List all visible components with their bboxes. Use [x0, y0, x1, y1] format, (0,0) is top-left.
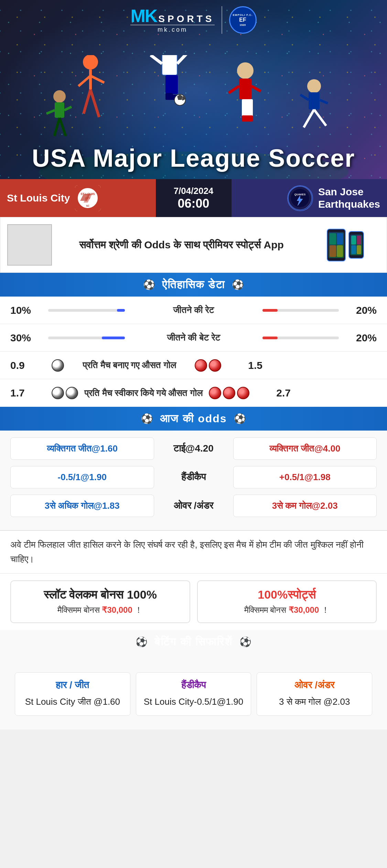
goals-scored-left-val: 0.9	[10, 360, 45, 371]
svg-line-35	[54, 118, 60, 136]
stat-row-win-rate: 10% जीतने की रेट 20%	[0, 297, 387, 324]
win-rate-right-fill	[262, 309, 278, 312]
promo-image-placeholder	[7, 224, 52, 266]
ball-icon-2	[52, 387, 64, 399]
sports-text: SPORTS	[158, 14, 214, 24]
odds-label-ou: ओवर /अंडर	[159, 500, 228, 512]
stat-row-bet-rate: 30% जीतने की बेट रेट 20%	[0, 324, 387, 352]
betting-cards-area: हार / जीत St Louis City जीत @1.60 हैंडीक…	[0, 659, 387, 730]
match-note-text: अवे टीम फिलहाल जीत हासिल करने के लिए संघ…	[10, 538, 377, 566]
ball-icon-1	[52, 359, 64, 372]
odds-section: व्यक्तिगत जीत@1.60 टाई@4.20 व्यक्तिगत जी…	[0, 431, 387, 530]
svg-rect-13	[170, 75, 178, 94]
goals-conceded-right-icons	[209, 387, 249, 399]
bet-rate-right-val: 20%	[342, 332, 377, 344]
odds-btn-home-handicap[interactable]: -0.5/1@1.90	[10, 466, 154, 488]
betting-ball-left: ⚽	[136, 636, 148, 648]
odds-row-handicap: -0.5/1@1.90 हैंडीकैप +0.5/1@1.98	[10, 466, 377, 488]
svg-rect-8	[162, 55, 177, 75]
home-team-logo: ST LOUIS CITY SC	[75, 185, 101, 211]
win-rate-left-bar	[48, 309, 125, 312]
svg-line-4	[90, 76, 104, 83]
goals-conceded-label: प्रति मैच स्वीकार किये गये औसत गोल	[78, 388, 209, 399]
odds-section-header: ⚽ आज की odds ⚽	[0, 407, 387, 431]
ball-icon-red-4	[223, 387, 235, 399]
betting-card-ou: ओवर /अंडर 3 से कम गोल @2.03	[257, 672, 372, 716]
stats-section: 10% जीतने की रेट 20% 30% जीतने की बेट रे…	[0, 297, 387, 407]
svg-line-20	[251, 86, 261, 91]
odds-label-handicap: हैंडीकैप	[159, 472, 228, 483]
goals-conceded-right-val: 2.7	[256, 387, 291, 399]
bonus-sports-sub: मैक्सिमम बोनस ₹30,000 ！	[205, 604, 369, 616]
win-rate-left-fill	[117, 309, 125, 312]
betting-section-title: बेटिंग की सिफारिशें	[154, 636, 233, 648]
home-team-section: St Louis City ST LOUIS CITY SC	[0, 179, 156, 217]
match-note-section: अवे टीम फिलहाल जीत हासिल करने के लिए संघ…	[0, 530, 387, 573]
odds-btn-away-win[interactable]: व्यक्तिगत जीत@4.00	[233, 437, 377, 460]
bet-rate-right-bar	[262, 337, 339, 339]
svg-rect-18	[239, 79, 251, 99]
betting-card-win-loss: हार / जीत St Louis City जीत @1.60	[15, 672, 130, 716]
betting-card-ou-title: ओवर /अंडर	[262, 680, 367, 691]
ball-icon-red-1	[195, 359, 207, 372]
svg-point-17	[237, 62, 254, 79]
promo-section[interactable]: सर्वोत्तम श्रेणी की Odds के साथ प्रीमियर…	[0, 217, 387, 273]
historical-section-title: ऐतिहासिक डेटा	[162, 278, 225, 291]
goals-scored-label: प्रति मैच बनाए गए औसत गोल	[64, 360, 195, 371]
betting-card-win-loss-val: St Louis City जीत @1.60	[20, 695, 125, 709]
svg-line-36	[60, 118, 66, 136]
ball-icon-red-3	[209, 387, 221, 399]
bonus-slots-title: स्लॉट वेलकम बोनस 100%	[18, 588, 183, 602]
svg-line-11	[177, 55, 189, 64]
promo-text: सर्वोत्तम श्रेणी की Odds के साथ प्रीमियर…	[59, 238, 304, 252]
svg-point-31	[53, 90, 66, 103]
soccer-ball-left: ⚽	[143, 279, 155, 290]
svg-rect-32	[55, 102, 64, 118]
match-center: 7/04/2024 06:00	[156, 179, 232, 217]
phone-icon-2	[348, 231, 364, 259]
bonus-slots-sub: मैक्सिमम बोनस ₹30,000 ！	[18, 604, 183, 616]
win-rate-right-bar	[262, 309, 339, 312]
odds-label-tie: टाई@4.20	[159, 443, 228, 454]
odds-btn-home-win[interactable]: व्यक्तिगत जीत@1.60	[10, 437, 154, 460]
svg-text:QUAKES: QUAKES	[294, 193, 305, 196]
match-bar: St Louis City ST LOUIS CITY SC 7/04/2024…	[0, 179, 387, 217]
betting-card-handicap: हैंडीकैप St Louis City-0.5/1@1.90	[136, 672, 251, 716]
odds-ball-left: ⚽	[141, 413, 153, 424]
svg-point-1	[83, 55, 98, 70]
empoli-text: EMPOLI F.C. EF 1920	[233, 13, 252, 27]
svg-line-29	[304, 110, 314, 127]
svg-rect-24	[247, 115, 253, 122]
svg-line-19	[229, 86, 239, 93]
bonus-card-slots[interactable]: स्लॉट वेलकम बोनस 100% मैक्सिमम बोनस ₹30,…	[10, 580, 190, 623]
historical-section-header: ⚽ ऐतिहासिक डेटा ⚽	[0, 273, 387, 297]
svg-rect-26	[309, 92, 320, 110]
away-team-name: San Jose Earthquakes	[318, 186, 380, 210]
svg-line-6	[90, 90, 99, 117]
odds-ball-right: ⚽	[234, 413, 246, 424]
promo-app-icons	[311, 224, 380, 266]
goals-scored-right-icons	[195, 359, 221, 372]
goals-conceded-left-val: 1.7	[10, 387, 45, 399]
svg-line-27	[300, 95, 309, 100]
odds-btn-over[interactable]: 3से अधिक गोल@1.83	[10, 495, 154, 517]
odds-btn-under[interactable]: 3से कम गोल@2.03	[233, 495, 377, 517]
svg-line-10	[151, 55, 162, 64]
match-time: 06:00	[178, 196, 209, 211]
hero-title-area: USA Major League Soccer	[0, 144, 387, 172]
hero-section: MK SPORTS mk.com EMPOLI F.C. EF 1920	[0, 0, 387, 179]
svg-point-25	[307, 79, 321, 93]
bet-rate-left-bar	[48, 337, 125, 339]
betting-card-handicap-val: St Louis City-0.5/1@1.90	[141, 695, 246, 709]
logo-bar: MK SPORTS mk.com EMPOLI F.C. EF 1920	[130, 0, 256, 37]
bet-rate-left-val: 30%	[10, 332, 45, 344]
svg-line-3	[78, 76, 90, 86]
betting-ball-right: ⚽	[239, 636, 251, 648]
odds-btn-away-handicap[interactable]: +0.5/1@1.98	[233, 466, 377, 488]
soccer-ball-right: ⚽	[232, 279, 244, 290]
bonus-card-sports[interactable]: 100%स्पोर्ट्स मैक्सिमम बोनस ₹30,000 ！	[197, 580, 377, 623]
goals-conceded-left-icons	[52, 387, 78, 399]
svg-text:SC: SC	[86, 205, 89, 207]
mk-text: MK	[130, 7, 157, 25]
ball-icon-red-5	[237, 387, 249, 399]
